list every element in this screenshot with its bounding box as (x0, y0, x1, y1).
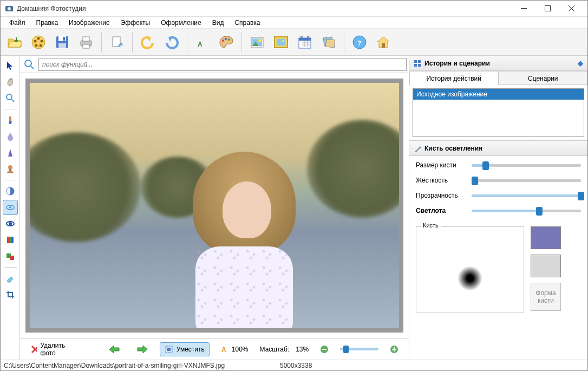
hue-tool[interactable] (3, 232, 18, 248)
svg-point-12 (34, 40, 37, 42)
menu-decoration[interactable]: Оформление (155, 17, 206, 28)
zoom-slider[interactable] (340, 348, 378, 350)
svg-rect-76 (418, 64, 421, 67)
blur-tool[interactable] (3, 129, 18, 144)
help-button[interactable]: ? (349, 31, 370, 53)
open-folder-button[interactable] (4, 31, 25, 53)
bottom-toolbar: Удалить фото Уместить A 100% Масштаб: 13… (20, 338, 409, 360)
menu-view[interactable]: Вид (207, 17, 230, 28)
history-list[interactable]: Исходное изображение (413, 88, 584, 137)
svg-point-48 (8, 165, 12, 170)
history-item[interactable]: Исходное изображение (413, 89, 584, 100)
fit-icon (165, 345, 173, 354)
prev-button[interactable] (103, 342, 125, 357)
svg-rect-18 (83, 37, 89, 41)
collage-button[interactable] (318, 31, 339, 53)
dodge-tool[interactable] (3, 200, 18, 215)
svg-rect-16 (58, 43, 66, 48)
hand-tool[interactable] (3, 74, 18, 89)
opacity-slider[interactable] (472, 194, 581, 197)
main-toolbar: A ? (1, 29, 587, 56)
calendar-button[interactable] (294, 31, 316, 53)
search-row (20, 56, 409, 73)
svg-point-22 (222, 40, 224, 42)
fit-button[interactable]: Уместить (160, 342, 210, 356)
stamp-tool[interactable] (3, 161, 18, 177)
film-reel-button[interactable] (28, 31, 49, 53)
svg-line-79 (419, 146, 420, 146)
next-button[interactable] (132, 342, 153, 357)
brush-panel-head: Кисть осветления (409, 141, 587, 156)
close-button[interactable] (559, 1, 583, 16)
delete-photo-button[interactable]: Удалить фото (25, 339, 74, 360)
color-swatch-2[interactable] (531, 255, 561, 277)
undo-button[interactable] (137, 31, 159, 53)
brush-size-slider[interactable] (472, 164, 581, 167)
status-bar: C:\Users\ContentManager\Downloads\portra… (1, 360, 587, 370)
fit-label: Уместить (177, 346, 205, 353)
tab-history[interactable]: История действий (409, 71, 499, 85)
brush-title: Кисть осветления (424, 145, 482, 152)
color-swatch-1[interactable] (531, 226, 561, 249)
collapse-icon[interactable]: ◆ (578, 59, 583, 67)
brush-dot (458, 266, 482, 291)
zoom-tool[interactable] (3, 90, 18, 106)
svg-rect-58 (11, 237, 14, 243)
frame-button[interactable] (270, 31, 292, 53)
hardness-slider[interactable] (472, 179, 581, 182)
print-button[interactable] (75, 31, 97, 53)
menu-effects[interactable]: Эффекты (115, 17, 156, 28)
canvas-frame[interactable] (25, 79, 403, 333)
contrast-tool[interactable] (3, 184, 18, 199)
svg-rect-57 (9, 237, 11, 243)
sharpen-tool[interactable] (3, 145, 18, 160)
search-icon[interactable] (22, 57, 36, 71)
svg-rect-44 (382, 43, 385, 48)
svg-rect-74 (418, 60, 421, 63)
rotate-page-button[interactable] (106, 31, 128, 53)
menu-file[interactable]: Файл (4, 17, 31, 28)
home-button[interactable] (373, 31, 394, 53)
crop-tool[interactable] (3, 287, 18, 302)
svg-rect-33 (299, 38, 311, 41)
brush-tool[interactable] (3, 113, 18, 128)
text-button[interactable]: A (192, 31, 213, 53)
zoom-in-button[interactable] (385, 342, 403, 356)
zoom-100-button[interactable]: A 100% (216, 343, 253, 356)
color-replace-tool[interactable] (3, 249, 18, 264)
brush-shape-button[interactable]: Форма кисти (531, 283, 561, 311)
menu-image[interactable]: Изображение (63, 17, 115, 28)
burn-tool[interactable] (3, 216, 18, 231)
redo-button[interactable] (161, 31, 182, 53)
status-path: C:\Users\ContentManager\Downloads\portra… (4, 362, 269, 369)
svg-point-53 (9, 206, 11, 209)
svg-rect-66 (167, 348, 171, 351)
x-icon (30, 344, 37, 354)
tab-scenarios[interactable]: Сценарии (499, 71, 588, 85)
pointer-tool[interactable] (3, 58, 18, 73)
zoom-out-button[interactable] (315, 342, 334, 356)
svg-text:?: ? (357, 40, 361, 47)
menu-edit[interactable]: Правка (31, 17, 64, 28)
minimize-button[interactable] (512, 1, 535, 16)
titlebar: Домашняя Фотостудия (1, 1, 587, 17)
svg-point-39 (307, 36, 309, 38)
svg-line-80 (421, 148, 421, 148)
svg-point-10 (40, 44, 42, 47)
search-input[interactable] (38, 58, 407, 71)
wand-icon (414, 145, 421, 152)
canvas-area (20, 73, 409, 338)
maximize-button[interactable] (535, 1, 559, 16)
svg-point-24 (228, 38, 230, 41)
eraser-tool[interactable] (3, 271, 18, 286)
svg-rect-41 (325, 39, 335, 48)
a-icon: A (221, 346, 228, 353)
save-button[interactable] (51, 31, 73, 53)
svg-point-11 (35, 44, 38, 47)
menu-help[interactable]: Справка (229, 17, 265, 28)
palette-button[interactable] (215, 31, 237, 53)
image-sun-button[interactable] (246, 31, 268, 53)
scale-value: 13% (296, 346, 309, 353)
lightness-slider[interactable] (472, 210, 581, 212)
history-title: История и сценарии (424, 60, 490, 67)
